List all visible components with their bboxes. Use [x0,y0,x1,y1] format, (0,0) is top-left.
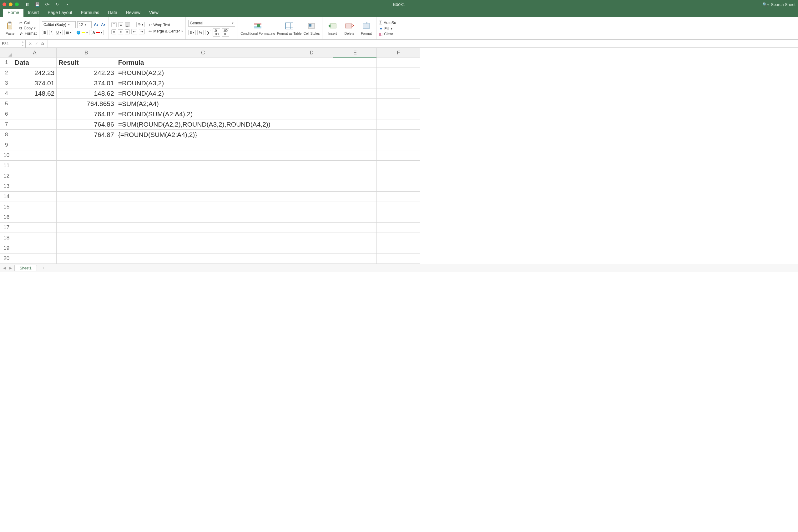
cell-B7[interactable]: 764.86 [57,119,116,130]
tab-view[interactable]: View [145,8,163,17]
close-window-button[interactable] [2,2,6,6]
cell-F15[interactable] [377,202,420,212]
increase-decimal-button[interactable]: .0.00 [212,28,220,37]
cell-E14[interactable] [333,192,377,202]
row-header-4[interactable]: 4 [0,89,13,99]
tab-review[interactable]: Review [122,8,145,17]
cell-C13[interactable] [116,181,290,192]
cell-F4[interactable] [377,89,420,99]
cell-A20[interactable] [13,253,57,264]
select-all-corner[interactable] [0,48,13,58]
cell-B14[interactable] [57,192,116,202]
cell-A18[interactable] [13,233,57,243]
cell-A13[interactable] [13,181,57,192]
cell-D18[interactable] [290,233,333,243]
merge-center-button[interactable]: ⇔Merge & Center▾ [149,29,183,34]
cell-F10[interactable] [377,150,420,161]
row-header-5[interactable]: 5 [0,99,13,109]
cell-F6[interactable] [377,109,420,119]
cell-D17[interactable] [290,223,333,233]
cell-A14[interactable] [13,192,57,202]
cell-F19[interactable] [377,243,420,253]
cell-C12[interactable] [116,171,290,181]
cell-B19[interactable] [57,243,116,253]
cell-D19[interactable] [290,243,333,253]
sheet-nav-next[interactable]: ▶ [8,266,13,270]
cell-E6[interactable] [333,109,377,119]
row-header-11[interactable]: 11 [0,161,13,171]
cell-E19[interactable] [333,243,377,253]
cell-F1[interactable] [377,58,420,68]
cell-B1[interactable]: Result [57,58,116,68]
cell-styles-button[interactable]: Cell Styles [303,21,320,35]
cell-D16[interactable] [290,212,333,223]
cell-A10[interactable] [13,150,57,161]
align-top-button[interactable]: ⎺ [111,22,117,27]
cell-B5[interactable]: 764.8653 [57,99,116,109]
cell-C20[interactable] [116,253,290,264]
col-header-C[interactable]: C [116,48,290,58]
cell-D13[interactable] [290,181,333,192]
cell-A11[interactable] [13,161,57,171]
cell-B20[interactable] [57,253,116,264]
redo-icon[interactable]: ↻ [54,2,60,7]
col-header-D[interactable]: D [290,48,333,58]
cell-C10[interactable] [116,150,290,161]
cell-B9[interactable] [57,140,116,150]
cell-B11[interactable] [57,161,116,171]
row-header-17[interactable]: 17 [0,223,13,233]
increase-font-icon[interactable]: A▴ [93,22,99,27]
cell-C7[interactable]: =SUM(ROUND(A2,2),ROUND(A3,2),ROUND(A4,2)… [116,119,290,130]
paste-button[interactable]: Paste [2,21,18,35]
cell-B12[interactable] [57,171,116,181]
clear-button[interactable]: ◧Clear [379,32,396,36]
cell-D4[interactable] [290,89,333,99]
insert-cells-button[interactable]: Insert [325,21,340,35]
cell-E18[interactable] [333,233,377,243]
autosum-button[interactable]: ΣAutoSu [379,20,396,26]
align-left-button[interactable]: ≡ [111,30,116,34]
cell-C3[interactable]: =ROUND(A3,2) [116,78,290,89]
cell-C8[interactable]: {=ROUND(SUM(A2:A4),2)} [116,130,290,140]
italic-button[interactable]: I [49,30,53,35]
align-right-button[interactable]: ≡ [125,30,130,34]
percent-button[interactable]: % [197,30,204,35]
copy-button[interactable]: ⧉Copy▾ [19,26,37,30]
cell-D15[interactable] [290,202,333,212]
row-header-10[interactable]: 10 [0,150,13,161]
cell-A2[interactable]: 242.23 [13,68,57,78]
col-header-A[interactable]: A [13,48,57,58]
cell-F17[interactable] [377,223,420,233]
col-header-F[interactable]: F [377,48,420,58]
row-header-3[interactable]: 3 [0,78,13,89]
cell-F2[interactable] [377,68,420,78]
font-size-select[interactable]: 12▾ [77,21,92,28]
col-header-B[interactable]: B [57,48,116,58]
cell-E13[interactable] [333,181,377,192]
align-center-button[interactable]: ≡ [118,30,123,34]
tab-data[interactable]: Data [104,8,122,17]
cell-B2[interactable]: 242.23 [57,68,116,78]
tab-insert[interactable]: Insert [23,8,43,17]
number-format-select[interactable]: General▾ [188,20,235,26]
row-header-7[interactable]: 7 [0,119,13,130]
cell-C17[interactable] [116,223,290,233]
maximize-window-button[interactable] [15,2,19,6]
cell-C15[interactable] [116,202,290,212]
cell-F8[interactable] [377,130,420,140]
cell-A5[interactable] [13,99,57,109]
cell-D10[interactable] [290,150,333,161]
cell-F7[interactable] [377,119,420,130]
cell-F12[interactable] [377,171,420,181]
align-bottom-button[interactable]: ⎯ [125,22,130,27]
cell-B6[interactable]: 764.87 [57,109,116,119]
cell-B3[interactable]: 374.01 [57,78,116,89]
cell-E9[interactable] [333,140,377,150]
row-header-9[interactable]: 9 [0,140,13,150]
row-header-8[interactable]: 8 [0,130,13,140]
row-header-20[interactable]: 20 [0,253,13,264]
cell-F11[interactable] [377,161,420,171]
cell-A12[interactable] [13,171,57,181]
fill-button[interactable]: ▼Fill▾ [379,26,396,31]
underline-button[interactable]: U▾ [55,30,63,35]
